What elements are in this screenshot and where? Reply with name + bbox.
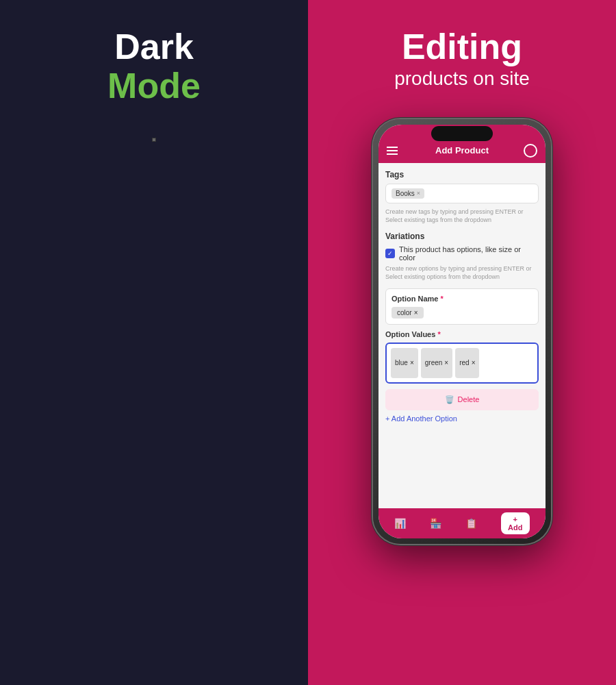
remove-red-icon[interactable]: × (472, 359, 476, 366)
remove-color-icon[interactable]: × (414, 309, 418, 316)
tag-chip-label: Books (396, 190, 415, 197)
required-star: * (438, 295, 443, 303)
add-button[interactable]: + Add (501, 512, 529, 534)
add-product-title: Add Product (435, 145, 489, 155)
variations-checkbox-row: This product has options, like size or c… (385, 245, 539, 262)
edit-bottom-nav: 📊 🏪 📋 + Add (378, 508, 546, 538)
edit-analytics-icon[interactable]: 📊 (394, 518, 406, 529)
color-chip: color × (392, 307, 424, 319)
right-phone-notch (431, 126, 493, 141)
mode-label: Mode (107, 66, 201, 105)
add-plus: + (513, 515, 517, 523)
required-star-2: * (435, 330, 440, 338)
left-title: Dark Mode (107, 27, 201, 105)
edit-products-icon[interactable]: 📋 (465, 518, 477, 529)
remove-blue-icon[interactable]: × (410, 359, 414, 366)
option-name-label: Option Name * (392, 295, 532, 303)
remove-green-icon[interactable]: × (444, 359, 448, 366)
tags-hint: Create new tags by typing and pressing E… (385, 208, 539, 225)
dark-label: Dark (107, 27, 201, 66)
variations-hint: Create new options by typing and pressin… (385, 264, 539, 282)
value-chip-red: red × (455, 348, 479, 378)
right-panel: Editing products on site Add Product (308, 0, 616, 685)
option-name-row: color × (392, 307, 532, 319)
option-values-input[interactable]: blue × green × red × (385, 342, 539, 384)
edit-body: Tags Books × Create new tags by typing a… (378, 163, 546, 508)
tags-label: Tags (385, 170, 539, 179)
value-chip-green: green × (421, 348, 452, 378)
edit-store-icon[interactable]: 🏪 (430, 518, 441, 529)
option-box: Option Name * color × (385, 288, 539, 325)
remove-tag-icon[interactable]: × (417, 190, 420, 197)
value-chip-blue: blue × (391, 348, 418, 378)
variations-section: Variations This product has options, lik… (385, 232, 539, 282)
menu-icon-r[interactable] (387, 147, 398, 155)
delete-button[interactable]: 🗑️ Delete (385, 389, 539, 410)
globe-icon-r[interactable] (524, 144, 537, 158)
editing-subtitle: products on site (394, 66, 530, 91)
variations-checkbox[interactable] (385, 249, 395, 258)
tag-chip-books: Books × (392, 188, 424, 199)
left-panel: Dark Mode Products (0, 0, 308, 685)
edit-mode-screen: Add Product Tags Books × Cre (378, 125, 546, 538)
variations-label: Variations (385, 232, 539, 241)
add-label: Add (508, 523, 522, 532)
add-option-button[interactable]: + Add Another Option (385, 414, 539, 423)
variations-check-label: This product has options, like size or c… (399, 245, 539, 262)
add-option-label: + Add Another Option (385, 414, 457, 423)
tags-input[interactable]: Books × (385, 184, 539, 203)
right-title: Editing products on site (394, 27, 530, 92)
right-phone-screen: Add Product Tags Books × Cre (378, 125, 546, 538)
option-values-section: Option Values * blue × green × (385, 330, 539, 384)
delete-label: Delete (458, 395, 480, 403)
editing-label: Editing (394, 27, 530, 66)
color-chip-label: color (397, 309, 412, 316)
option-values-label: Option Values * (385, 330, 539, 338)
right-phone-frame: Add Product Tags Books × Cre (373, 119, 551, 544)
right-phone: Add Product Tags Books × Cre (373, 119, 551, 544)
